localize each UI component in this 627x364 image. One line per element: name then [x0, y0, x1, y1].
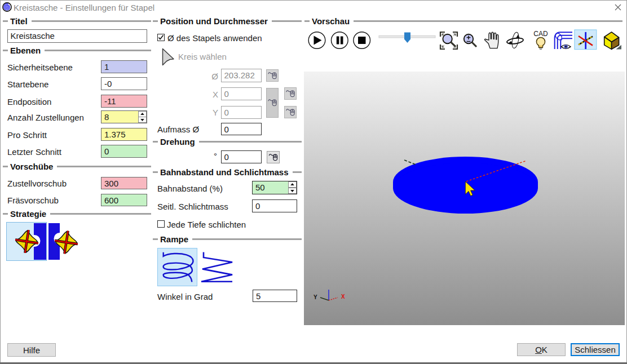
- svg-text:CAD: CAD: [533, 30, 548, 38]
- svg-text:X: X: [341, 294, 345, 300]
- svg-text:Y: Y: [314, 294, 317, 300]
